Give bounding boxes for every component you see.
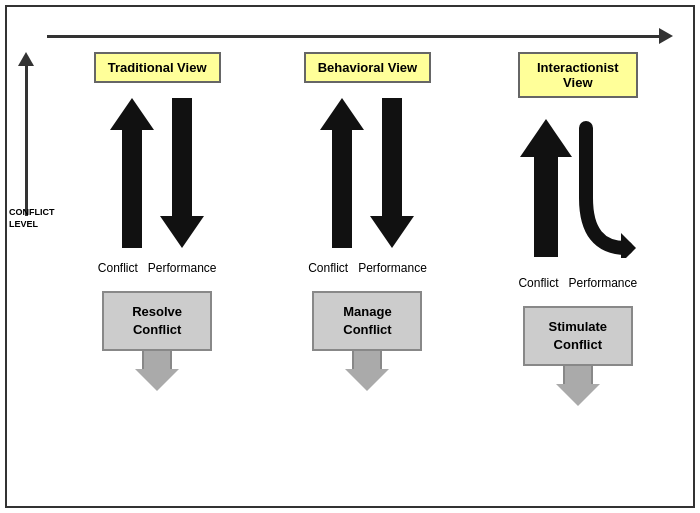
traditional-arrows	[110, 93, 204, 253]
resolve-arrow	[135, 351, 179, 391]
up-arrow-shaft-b	[332, 130, 352, 248]
manage-arrow	[345, 351, 389, 391]
down-arrow-shaft	[172, 98, 192, 216]
conflict-level-label: CONFLICT LEVEL	[9, 207, 37, 230]
performance-label-trad: Performance	[148, 261, 217, 275]
stimulate-arrow-shaft	[563, 366, 593, 384]
stimulate-arrow	[556, 366, 600, 406]
up-arrow-head-b	[320, 98, 364, 130]
top-arrow-head	[659, 28, 673, 44]
interactionist-title: InteractionistView	[518, 52, 638, 98]
col-traditional: Traditional View Conflict Performance Re…	[57, 52, 257, 406]
big-up-shaft	[534, 157, 558, 257]
col-behavioral: Behavioral View Conflict Performance Man…	[267, 52, 467, 406]
traditional-labels: Conflict Performance	[98, 261, 217, 275]
performance-label-beh: Performance	[358, 261, 427, 275]
traditional-title: Traditional View	[94, 52, 221, 83]
up-arrow-traditional	[110, 98, 154, 248]
behavioral-title: Behavioral View	[304, 52, 431, 83]
down-arrow-behavioral	[370, 98, 414, 248]
big-up-head	[520, 119, 572, 157]
up-arrow-behavioral	[320, 98, 364, 248]
big-up-arrow	[520, 119, 572, 257]
curved-arrow-svg	[576, 118, 636, 258]
down-arrow-traditional	[160, 98, 204, 248]
stimulate-conflict-box: StimulateConflict	[523, 306, 633, 366]
behavioral-labels: Conflict Performance	[308, 261, 427, 275]
left-arrow-head	[18, 52, 34, 66]
resolve-arrow-head	[135, 369, 179, 391]
curved-arrow	[576, 118, 636, 258]
interactionist-labels: Conflict Performance	[518, 276, 637, 290]
traditional-action: ResolveConflict	[102, 291, 212, 391]
stimulate-arrow-head	[556, 384, 600, 406]
conflict-label-int: Conflict	[518, 276, 558, 290]
columns-container: Traditional View Conflict Performance Re…	[52, 52, 683, 406]
conflict-label-trad: Conflict	[98, 261, 138, 275]
up-arrow-shaft	[122, 130, 142, 248]
left-arrow-line	[25, 66, 28, 216]
resolve-conflict-box: ResolveConflict	[102, 291, 212, 351]
interactionist-arrows	[520, 108, 636, 268]
top-arrow	[47, 27, 673, 45]
manage-conflict-box: ManageConflict	[312, 291, 422, 351]
interactionist-action: StimulateConflict	[523, 306, 633, 406]
down-arrow-head-b	[370, 216, 414, 248]
col-interactionist: InteractionistView Co	[478, 52, 678, 406]
resolve-arrow-shaft	[142, 351, 172, 369]
manage-arrow-shaft	[352, 351, 382, 369]
down-arrow-head	[160, 216, 204, 248]
up-arrow-head	[110, 98, 154, 130]
behavioral-action: ManageConflict	[312, 291, 422, 391]
manage-arrow-head	[345, 369, 389, 391]
behavioral-arrows	[320, 93, 414, 253]
svg-marker-0	[621, 233, 636, 258]
left-arrow	[17, 52, 35, 216]
down-arrow-shaft-b	[382, 98, 402, 216]
top-arrow-line	[47, 35, 659, 38]
performance-label-int: Performance	[568, 276, 637, 290]
conflict-label-beh: Conflict	[308, 261, 348, 275]
diagram-container: CONFLICT LEVEL Traditional View Conflict	[5, 5, 695, 508]
